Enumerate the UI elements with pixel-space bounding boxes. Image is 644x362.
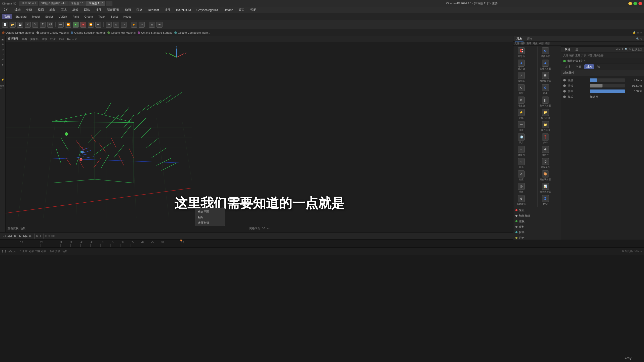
menu-octane[interactable]: Octane — [223, 8, 234, 12]
material-item-2[interactable]: Octane Glossy Material — [36, 31, 69, 34]
pb-play[interactable]: ▶ — [18, 234, 22, 238]
toolbar-play-start[interactable]: ⏮ — [58, 22, 64, 28]
toolbar-next-frame[interactable]: ⏩ — [88, 22, 94, 28]
close-button[interactable] — [638, 2, 642, 5]
obj-toolbar-bookmarks[interactable]: 书签 — [545, 42, 550, 45]
attr-tab-layer[interactable]: 层 — [574, 47, 580, 52]
mode-model[interactable]: Model — [30, 14, 42, 19]
viewport-canvas[interactable]: 透视视图 默认摄像机 己▽ — [6, 42, 513, 232]
mode-paint[interactable]: Paint — [70, 14, 81, 19]
attr-settings[interactable]: ⚙ — [629, 48, 631, 52]
menu-create[interactable]: 创建 — [25, 7, 33, 13]
attr-bar-strength[interactable] — [590, 78, 625, 82]
ctx-item-surface[interactable]: 表面跑引 — [195, 220, 225, 225]
xp-eff-2[interactable]: ⬇ 重力场 — [513, 59, 529, 71]
toolbar-x[interactable]: X — [25, 22, 31, 28]
panel-tab-object[interactable]: 对象 — [515, 36, 524, 41]
toolbar-rotate[interactable]: ↺ — [121, 22, 127, 28]
obj-toolbar-file[interactable]: 文件 — [514, 42, 519, 45]
xp-eff-11[interactable]: ∠ 角度 — [513, 170, 529, 182]
xp-eff-r4[interactable]: ♻ 再生 — [538, 83, 553, 96]
xp-eff-r10[interactable]: ⏱ 时间条件 — [538, 157, 553, 170]
attr-sub-tab-coord[interactable]: 坐标 — [574, 64, 583, 69]
attr-bar-scale[interactable] — [590, 84, 625, 87]
menu-edit[interactable]: 编辑 — [14, 7, 22, 13]
pb-to-end[interactable]: ⏭ — [28, 234, 33, 238]
viewport-area[interactable]: 透视视图 查看 摄像机 显示 过滤 面板 Redshift 透视视图 默认摄像机… — [6, 36, 513, 232]
xp-list-lookat[interactable]: 注视 — [513, 218, 561, 224]
obj-toolbar-tags[interactable]: 标签 — [539, 42, 544, 45]
material-item-5[interactable]: Octane Standard Surface — [138, 31, 172, 34]
viewport-tab-panel[interactable]: 面板 — [59, 37, 64, 41]
mode-script[interactable]: Script — [108, 14, 120, 19]
menu-window[interactable]: 窗口 — [238, 7, 246, 13]
panel-gear-icon[interactable]: ⚙ — [640, 37, 642, 40]
material-item-1[interactable]: Octane Diffuse Material — [2, 31, 34, 34]
menu-insydium[interactable]: INSYDIUM — [175, 8, 192, 12]
mode-uvedit[interactable]: UVEdit — [56, 14, 69, 19]
mode-nodes[interactable]: Nodes — [121, 14, 134, 19]
material-item-6[interactable]: Octane Composite Mate... — [174, 31, 210, 34]
xp-eff-r8[interactable]: ❓ 条件 — [538, 133, 553, 145]
xp-eff-8[interactable]: 💨 风力 — [513, 133, 529, 145]
viewport-tab-perspective[interactable]: 透视视图 — [8, 37, 19, 41]
xp-list-stop[interactable]: 阻止 — [513, 207, 561, 213]
viewport-tab-display[interactable]: 显示 — [42, 37, 47, 41]
menu-redshift[interactable]: Redshift — [147, 8, 160, 12]
tab-xp[interactable]: XP粒子动效练3.c4d — [39, 1, 68, 6]
left-tool-rotate[interactable]: ↺ — [1, 52, 5, 57]
pb-to-start[interactable]: ⏮ — [2, 234, 7, 238]
xp-eff-7[interactable]: 〜 湍流 — [513, 120, 529, 133]
toolbar-play-end[interactable]: ⏭ — [95, 22, 101, 28]
obj-toolbar-obj[interactable]: 对象 — [533, 42, 538, 45]
attr-sub-edit[interactable]: 编辑 — [569, 54, 574, 57]
left-tool-knife[interactable]: ⚡ — [1, 77, 5, 82]
toolbar-record[interactable]: ⏺ — [80, 22, 86, 28]
xp-eff-r2[interactable]: ◈ 基础发射器 — [538, 59, 553, 71]
pb-record[interactable]: ⏺ — [13, 234, 17, 238]
ctx-item-fire[interactable]: 焦火平面 — [195, 209, 225, 214]
menu-gsg[interactable]: Greyscalegorilla — [195, 8, 219, 12]
menu-plugins2[interactable]: 插件 — [164, 7, 172, 13]
attr-sub-userdata[interactable]: 用户数据 — [593, 54, 603, 57]
xp-eff-r13[interactable]: Σ 数字 — [538, 194, 553, 207]
attr-nav-up[interactable]: ⬆ — [622, 48, 624, 52]
panel-tab-layer[interactable]: 层次 — [526, 36, 534, 41]
menu-tools[interactable]: 工具 — [60, 7, 68, 13]
xp-eff-3[interactable]: ↗ 偏转场 — [513, 71, 529, 83]
toolbar-scale[interactable]: ⊡ — [113, 22, 119, 28]
menu-help[interactable]: 帮助 — [249, 7, 257, 13]
viewport-tab-redshift[interactable]: Redshift — [67, 38, 77, 41]
pb-next[interactable]: ▶▶ — [23, 234, 28, 238]
menu-render[interactable]: 渲染 — [135, 7, 143, 13]
xp-eff-r1[interactable]: ⚙ 模拟场景 — [538, 47, 553, 59]
menu-plugins[interactable]: 插件 — [95, 7, 103, 13]
toolbar-all[interactable]: All — [47, 22, 53, 28]
attr-nav-back[interactable]: ◀ — [616, 48, 618, 52]
toolbar-prev-frame[interactable]: ⏪ — [65, 22, 71, 28]
xp-eff-9[interactable]: ≈ 摩擦力 — [513, 145, 529, 157]
toolbar-z[interactable]: Z — [40, 22, 46, 28]
menu-mesh[interactable]: 网格 — [83, 7, 91, 13]
attr-sub-tab-object[interactable]: 对象 — [584, 64, 594, 69]
toolbar-new[interactable]: 📄 — [2, 22, 8, 28]
left-tool-move[interactable]: ✛ — [1, 42, 5, 47]
viewport-tab-filter[interactable]: 过滤 — [50, 37, 56, 41]
attr-sub-tab-basic[interactable]: 基本 — [563, 64, 573, 69]
menu-animate[interactable]: 动画 — [124, 7, 132, 13]
tab-10[interactable]: 未标题 10 — [68, 1, 86, 6]
mode-groom[interactable]: Groom — [82, 14, 95, 19]
ctx-item-stick[interactable]: 粘附 — [195, 214, 225, 220]
xp-eff-r7[interactable]: 📁 多个群组 — [538, 120, 553, 133]
xp-eff-r5[interactable]: ||| 条条发射器 — [538, 96, 553, 108]
toolbar-render-settings[interactable]: ⚙ — [139, 22, 145, 28]
mode-standard[interactable]: Standard — [13, 14, 29, 19]
attr-nav-forward[interactable]: ▶ — [619, 48, 621, 52]
left-tool-poly[interactable]: ◈ — [1, 62, 5, 67]
panel-search-icon[interactable]: 🔍 — [636, 37, 639, 40]
menu-object[interactable]: 对象 — [48, 7, 56, 13]
toolbar-save[interactable]: 💾 — [17, 22, 23, 28]
xp-eff-r9[interactable]: ⊗ 域条件 — [538, 145, 553, 157]
xp-list-rotate[interactable]: 转动 — [513, 230, 561, 235]
xp-eff-12[interactable]: ◎ 球面 — [513, 182, 529, 194]
